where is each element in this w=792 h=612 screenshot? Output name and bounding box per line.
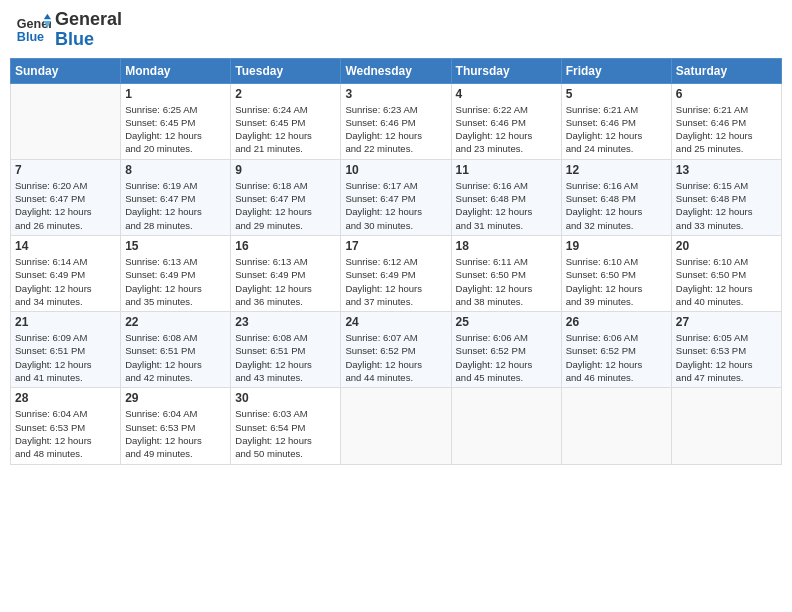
day-number: 9 <box>235 163 336 177</box>
calendar-day-cell: 26Sunrise: 6:06 AM Sunset: 6:52 PM Dayli… <box>561 312 671 388</box>
day-number: 25 <box>456 315 557 329</box>
day-number: 5 <box>566 87 667 101</box>
day-number: 6 <box>676 87 777 101</box>
day-number: 18 <box>456 239 557 253</box>
day-info: Sunrise: 6:13 AM Sunset: 6:49 PM Dayligh… <box>235 255 336 308</box>
calendar-day-cell: 22Sunrise: 6:08 AM Sunset: 6:51 PM Dayli… <box>121 312 231 388</box>
calendar-day-cell: 29Sunrise: 6:04 AM Sunset: 6:53 PM Dayli… <box>121 388 231 464</box>
calendar-day-cell <box>11 83 121 159</box>
calendar-day-header: Wednesday <box>341 58 451 83</box>
day-info: Sunrise: 6:03 AM Sunset: 6:54 PM Dayligh… <box>235 407 336 460</box>
page-header: General Blue General Blue <box>10 10 782 50</box>
calendar-day-cell: 4Sunrise: 6:22 AM Sunset: 6:46 PM Daylig… <box>451 83 561 159</box>
calendar-day-cell: 7Sunrise: 6:20 AM Sunset: 6:47 PM Daylig… <box>11 159 121 235</box>
day-info: Sunrise: 6:17 AM Sunset: 6:47 PM Dayligh… <box>345 179 446 232</box>
day-info: Sunrise: 6:15 AM Sunset: 6:48 PM Dayligh… <box>676 179 777 232</box>
calendar-day-cell <box>341 388 451 464</box>
calendar-day-cell: 18Sunrise: 6:11 AM Sunset: 6:50 PM Dayli… <box>451 235 561 311</box>
day-info: Sunrise: 6:06 AM Sunset: 6:52 PM Dayligh… <box>456 331 557 384</box>
calendar-day-cell: 6Sunrise: 6:21 AM Sunset: 6:46 PM Daylig… <box>671 83 781 159</box>
day-number: 13 <box>676 163 777 177</box>
day-info: Sunrise: 6:23 AM Sunset: 6:46 PM Dayligh… <box>345 103 446 156</box>
day-info: Sunrise: 6:05 AM Sunset: 6:53 PM Dayligh… <box>676 331 777 384</box>
calendar-week-row: 28Sunrise: 6:04 AM Sunset: 6:53 PM Dayli… <box>11 388 782 464</box>
day-number: 10 <box>345 163 446 177</box>
calendar-day-cell <box>671 388 781 464</box>
day-number: 21 <box>15 315 116 329</box>
day-info: Sunrise: 6:16 AM Sunset: 6:48 PM Dayligh… <box>566 179 667 232</box>
day-number: 12 <box>566 163 667 177</box>
day-info: Sunrise: 6:13 AM Sunset: 6:49 PM Dayligh… <box>125 255 226 308</box>
calendar-table: SundayMondayTuesdayWednesdayThursdayFrid… <box>10 58 782 465</box>
calendar-day-cell <box>561 388 671 464</box>
day-number: 15 <box>125 239 226 253</box>
calendar-day-cell: 16Sunrise: 6:13 AM Sunset: 6:49 PM Dayli… <box>231 235 341 311</box>
calendar-day-cell: 23Sunrise: 6:08 AM Sunset: 6:51 PM Dayli… <box>231 312 341 388</box>
calendar-day-cell: 24Sunrise: 6:07 AM Sunset: 6:52 PM Dayli… <box>341 312 451 388</box>
logo-blue-text: Blue <box>55 30 122 50</box>
calendar-day-cell: 28Sunrise: 6:04 AM Sunset: 6:53 PM Dayli… <box>11 388 121 464</box>
svg-text:Blue: Blue <box>17 30 44 44</box>
calendar-day-cell: 9Sunrise: 6:18 AM Sunset: 6:47 PM Daylig… <box>231 159 341 235</box>
logo: General Blue General Blue <box>15 10 122 50</box>
calendar-week-row: 14Sunrise: 6:14 AM Sunset: 6:49 PM Dayli… <box>11 235 782 311</box>
calendar-day-cell: 14Sunrise: 6:14 AM Sunset: 6:49 PM Dayli… <box>11 235 121 311</box>
day-number: 8 <box>125 163 226 177</box>
day-number: 27 <box>676 315 777 329</box>
calendar-day-cell: 15Sunrise: 6:13 AM Sunset: 6:49 PM Dayli… <box>121 235 231 311</box>
day-info: Sunrise: 6:06 AM Sunset: 6:52 PM Dayligh… <box>566 331 667 384</box>
day-number: 4 <box>456 87 557 101</box>
calendar-header-row: SundayMondayTuesdayWednesdayThursdayFrid… <box>11 58 782 83</box>
calendar-day-cell: 10Sunrise: 6:17 AM Sunset: 6:47 PM Dayli… <box>341 159 451 235</box>
day-info: Sunrise: 6:07 AM Sunset: 6:52 PM Dayligh… <box>345 331 446 384</box>
day-info: Sunrise: 6:14 AM Sunset: 6:49 PM Dayligh… <box>15 255 116 308</box>
calendar-week-row: 21Sunrise: 6:09 AM Sunset: 6:51 PM Dayli… <box>11 312 782 388</box>
day-number: 28 <box>15 391 116 405</box>
day-info: Sunrise: 6:10 AM Sunset: 6:50 PM Dayligh… <box>676 255 777 308</box>
day-number: 3 <box>345 87 446 101</box>
day-info: Sunrise: 6:19 AM Sunset: 6:47 PM Dayligh… <box>125 179 226 232</box>
logo-icon: General Blue <box>15 12 51 48</box>
day-info: Sunrise: 6:25 AM Sunset: 6:45 PM Dayligh… <box>125 103 226 156</box>
calendar-day-cell: 2Sunrise: 6:24 AM Sunset: 6:45 PM Daylig… <box>231 83 341 159</box>
calendar-day-cell <box>451 388 561 464</box>
calendar-day-cell: 17Sunrise: 6:12 AM Sunset: 6:49 PM Dayli… <box>341 235 451 311</box>
calendar-day-cell: 12Sunrise: 6:16 AM Sunset: 6:48 PM Dayli… <box>561 159 671 235</box>
day-info: Sunrise: 6:22 AM Sunset: 6:46 PM Dayligh… <box>456 103 557 156</box>
day-number: 24 <box>345 315 446 329</box>
calendar-day-cell: 20Sunrise: 6:10 AM Sunset: 6:50 PM Dayli… <box>671 235 781 311</box>
day-number: 1 <box>125 87 226 101</box>
calendar-day-header: Monday <box>121 58 231 83</box>
calendar-day-header: Sunday <box>11 58 121 83</box>
day-number: 14 <box>15 239 116 253</box>
day-number: 16 <box>235 239 336 253</box>
calendar-week-row: 7Sunrise: 6:20 AM Sunset: 6:47 PM Daylig… <box>11 159 782 235</box>
day-info: Sunrise: 6:09 AM Sunset: 6:51 PM Dayligh… <box>15 331 116 384</box>
calendar-day-cell: 30Sunrise: 6:03 AM Sunset: 6:54 PM Dayli… <box>231 388 341 464</box>
day-info: Sunrise: 6:08 AM Sunset: 6:51 PM Dayligh… <box>125 331 226 384</box>
day-number: 22 <box>125 315 226 329</box>
day-info: Sunrise: 6:04 AM Sunset: 6:53 PM Dayligh… <box>125 407 226 460</box>
day-number: 7 <box>15 163 116 177</box>
day-info: Sunrise: 6:20 AM Sunset: 6:47 PM Dayligh… <box>15 179 116 232</box>
day-info: Sunrise: 6:08 AM Sunset: 6:51 PM Dayligh… <box>235 331 336 384</box>
calendar-day-header: Friday <box>561 58 671 83</box>
day-info: Sunrise: 6:16 AM Sunset: 6:48 PM Dayligh… <box>456 179 557 232</box>
calendar-day-cell: 13Sunrise: 6:15 AM Sunset: 6:48 PM Dayli… <box>671 159 781 235</box>
calendar-day-header: Tuesday <box>231 58 341 83</box>
calendar-day-cell: 1Sunrise: 6:25 AM Sunset: 6:45 PM Daylig… <box>121 83 231 159</box>
logo-general-text: General <box>55 10 122 30</box>
day-number: 23 <box>235 315 336 329</box>
calendar-day-cell: 25Sunrise: 6:06 AM Sunset: 6:52 PM Dayli… <box>451 312 561 388</box>
day-number: 20 <box>676 239 777 253</box>
calendar-day-cell: 19Sunrise: 6:10 AM Sunset: 6:50 PM Dayli… <box>561 235 671 311</box>
day-number: 19 <box>566 239 667 253</box>
day-info: Sunrise: 6:12 AM Sunset: 6:49 PM Dayligh… <box>345 255 446 308</box>
calendar-day-cell: 27Sunrise: 6:05 AM Sunset: 6:53 PM Dayli… <box>671 312 781 388</box>
calendar-day-cell: 3Sunrise: 6:23 AM Sunset: 6:46 PM Daylig… <box>341 83 451 159</box>
day-number: 2 <box>235 87 336 101</box>
day-number: 17 <box>345 239 446 253</box>
day-info: Sunrise: 6:21 AM Sunset: 6:46 PM Dayligh… <box>676 103 777 156</box>
day-number: 29 <box>125 391 226 405</box>
calendar-day-header: Saturday <box>671 58 781 83</box>
